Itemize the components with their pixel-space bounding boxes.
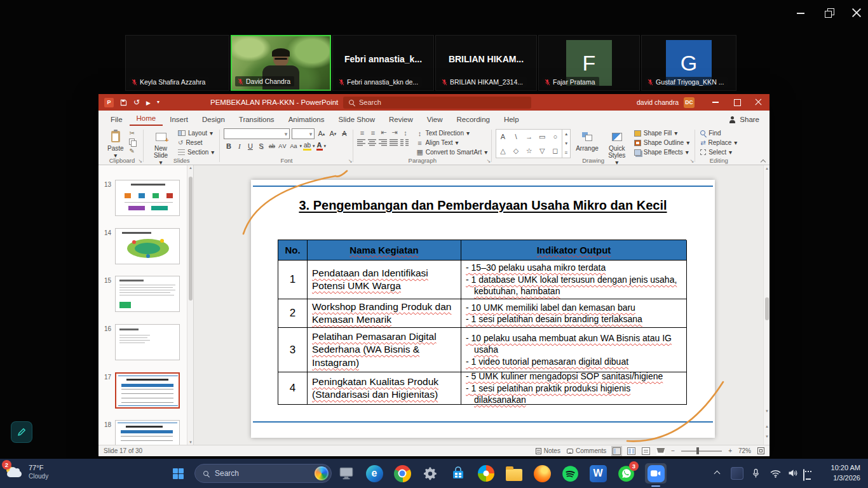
table-header-no[interactable]: No. xyxy=(278,240,308,261)
tab-animations[interactable]: Animations xyxy=(281,113,332,126)
ppt-search-box[interactable]: Search xyxy=(343,97,531,109)
table-cell-kegiatan[interactable]: Pendataan dan Identifikasi Potensi UMK W… xyxy=(308,261,461,299)
tab-home[interactable]: Home xyxy=(130,112,163,126)
maximize-icon[interactable] xyxy=(824,8,834,18)
font-color-icon[interactable]: A xyxy=(316,142,323,151)
change-case-icon[interactable]: Aa xyxy=(288,141,298,151)
taskbar-app-firefox[interactable] xyxy=(531,463,553,484)
undo-icon[interactable] xyxy=(133,98,140,106)
start-button[interactable] xyxy=(168,464,187,483)
underline-icon[interactable]: U xyxy=(245,141,255,151)
account-name[interactable]: david chandra xyxy=(637,98,679,106)
scroll-down-icon[interactable]: ▼ xyxy=(187,440,194,444)
table-cell-no[interactable]: 3 xyxy=(278,328,308,372)
shape-outline-button[interactable]: Shape Outline xyxy=(633,138,691,147)
align-left-icon[interactable] xyxy=(357,139,365,146)
slide-17[interactable]: 3. Pengembangan dan Pemberdayaan Usaha M… xyxy=(251,180,715,438)
scrollbar-thumb[interactable] xyxy=(765,297,769,320)
participant-tile[interactable]: Keyla Shafira Azzahra xyxy=(125,35,229,91)
tray-hidden-icons-chevron[interactable] xyxy=(714,470,721,475)
drawing-dialog-launcher-icon[interactable] xyxy=(689,158,694,164)
section-button[interactable]: Section xyxy=(177,147,215,157)
scroll-up-icon[interactable]: ▲ xyxy=(764,166,770,170)
tab-recording[interactable]: Recording xyxy=(450,113,497,126)
line-spacing-icon[interactable]: ↕ xyxy=(400,129,410,137)
shape-fill-button[interactable]: Shape Fill xyxy=(633,128,691,138)
format-painter-icon[interactable]: ✎ xyxy=(129,147,134,154)
table-header-indikator[interactable]: Indikator Output xyxy=(537,245,611,255)
font-name-combo[interactable] xyxy=(224,128,290,139)
table-cell-no[interactable]: 2 xyxy=(278,299,308,328)
taskbar-app-chrome[interactable] xyxy=(391,463,413,484)
participant-tile[interactable]: G Gustaf Triyoga_KKN ... xyxy=(641,35,736,91)
tray-touch-keyboard-icon[interactable] xyxy=(803,469,804,481)
taskbar-app-display[interactable] xyxy=(336,463,357,484)
taskbar-app-word[interactable]: W xyxy=(587,463,609,484)
minimize-icon[interactable] xyxy=(796,8,806,18)
table-cell-kegiatan[interactable]: Pelatihan Pemasaran Digital Sederhana (W… xyxy=(308,328,461,372)
table-cell-indikator[interactable]: 10 UMK memiliki label dan kemasan baru 1… xyxy=(461,299,687,328)
tray-microphone-icon[interactable] xyxy=(752,468,760,478)
strikethrough-icon[interactable]: ab xyxy=(267,141,276,151)
normal-view-icon[interactable] xyxy=(613,447,621,455)
taskbar-app-store[interactable] xyxy=(447,463,469,484)
scroll-down-icon[interactable]: ▼ xyxy=(764,409,770,413)
decrease-indent-icon[interactable]: ⇤ xyxy=(379,128,388,137)
previous-slide-icon[interactable]: ▲ xyxy=(764,424,770,428)
tab-slide-show[interactable]: Slide Show xyxy=(332,113,383,126)
gallery-down-icon[interactable]: ▼ xyxy=(564,141,568,146)
close-icon[interactable] xyxy=(851,8,862,18)
font-dialog-launcher-icon[interactable] xyxy=(348,158,353,164)
slide-thumbnail-15[interactable]: 15 xyxy=(98,276,194,312)
tab-help[interactable]: Help xyxy=(497,113,526,126)
taskbar-app-whatsapp[interactable]: 3 xyxy=(615,463,637,484)
customize-qat-caret-icon[interactable] xyxy=(157,100,159,105)
slideshow-view-icon[interactable] xyxy=(656,447,665,455)
taskbar-app-edge[interactable]: e xyxy=(363,463,385,484)
gallery-up-icon[interactable]: ▲ xyxy=(564,132,568,136)
taskbar-app-settings[interactable] xyxy=(419,463,441,484)
annotation-tool-button[interactable] xyxy=(11,422,32,442)
increase-indent-icon[interactable]: ⇥ xyxy=(390,128,399,137)
ppt-maximize-icon[interactable] xyxy=(726,94,748,111)
participant-tile[interactable]: BRILIAN HIKAM... BRILIAN HIKAM_2314... xyxy=(435,35,537,91)
save-icon[interactable] xyxy=(120,99,127,106)
tab-design[interactable]: Design xyxy=(195,113,232,126)
table-cell-indikator[interactable]: 10 pelaku usaha membuat akun WA Bisnis a… xyxy=(461,328,687,372)
participant-tile[interactable]: Febri annastia_k... Febri annastia_kkn d… xyxy=(332,35,434,91)
select-button[interactable]: Select xyxy=(699,147,738,157)
convert-to-smartart-button[interactable]: ▦Convert to SmartArt xyxy=(416,147,487,157)
collapse-ribbon-icon[interactable] xyxy=(761,158,766,163)
slide-title[interactable]: 3. Pengembangan dan Pemberdayaan Usaha M… xyxy=(264,198,702,213)
slide-thumbnail-14[interactable]: 14 xyxy=(98,228,194,264)
tab-transitions[interactable]: Transitions xyxy=(232,113,281,126)
italic-icon[interactable]: I xyxy=(234,141,244,151)
taskbar-app-zoom[interactable] xyxy=(645,463,667,484)
clear-formatting-icon[interactable]: A xyxy=(339,129,349,139)
table-cell-indikator[interactable]: 5 UMK kuliner mengadopsi SOP sanitasi/hi… xyxy=(461,372,687,405)
table-cell-kegiatan[interactable]: Peningkatan Kualitas Produk (Standarisas… xyxy=(308,372,461,405)
slide-table[interactable]: No. Nama Kegiatan Indikator Output 1 Pen… xyxy=(278,240,686,405)
participant-tile-active-speaker[interactable]: David Chandra xyxy=(231,35,331,91)
table-cell-no[interactable]: 4 xyxy=(278,372,308,405)
taskbar-search-box[interactable]: Search xyxy=(194,464,332,483)
align-text-button[interactable]: ≡Align Text xyxy=(416,138,487,147)
zoom-level[interactable]: 72% xyxy=(738,447,751,454)
paragraph-dialog-launcher-icon[interactable] xyxy=(486,158,491,164)
account-avatar[interactable]: DC xyxy=(684,97,695,108)
align-center-icon[interactable] xyxy=(368,139,376,146)
tab-file[interactable]: File xyxy=(104,113,130,126)
shape-effects-button[interactable]: Shape Effects xyxy=(633,147,691,157)
text-direction-button[interactable]: ↕Text Direction xyxy=(416,128,487,138)
slide-thumbnail-13[interactable]: 13 xyxy=(98,180,194,216)
columns-icon[interactable] xyxy=(400,139,409,146)
notes-button[interactable]: Notes xyxy=(536,447,560,454)
increase-font-size-icon[interactable]: A▴ xyxy=(316,129,326,139)
slide-thumbnail-16[interactable]: 16 xyxy=(98,324,194,360)
scroll-up-icon[interactable]: ▲ xyxy=(187,166,194,170)
decrease-font-size-icon[interactable]: A▾ xyxy=(328,129,337,139)
zoom-in-icon[interactable]: + xyxy=(728,447,732,454)
text-highlight-color-icon[interactable]: ab xyxy=(303,142,311,151)
layout-button[interactable]: Layout xyxy=(177,128,215,138)
canvas-scrollbar[interactable]: ▲ ▼ ▲ ▼ xyxy=(763,165,770,445)
